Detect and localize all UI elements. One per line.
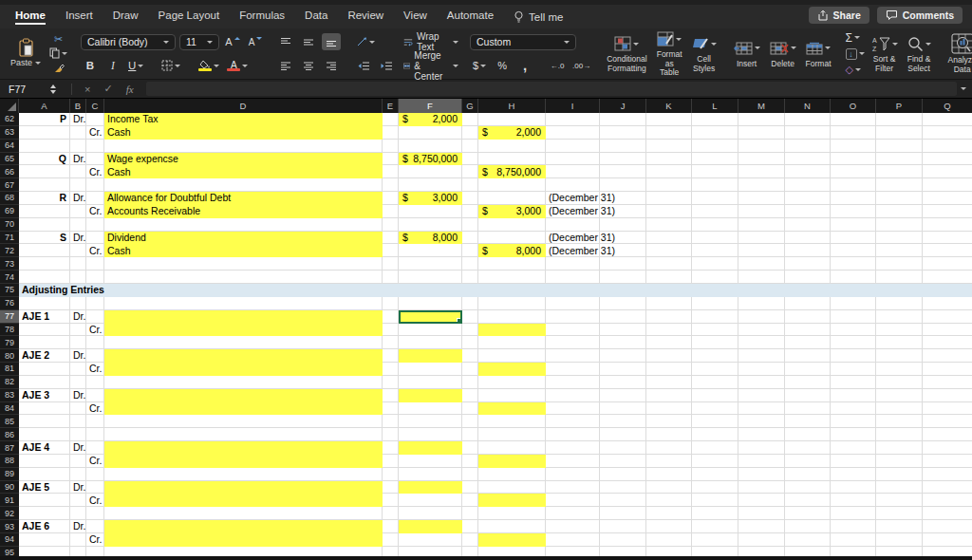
cell-F75[interactable] — [399, 284, 462, 297]
cell-C89[interactable] — [86, 468, 104, 481]
cell-H64[interactable] — [478, 140, 546, 153]
cell-A83[interactable]: AJE 3 — [19, 389, 70, 402]
cell-L79[interactable] — [692, 336, 738, 349]
row-header-93[interactable]: 93 — [0, 520, 19, 533]
cell-F85[interactable] — [399, 415, 462, 428]
cell-N68[interactable] — [785, 192, 831, 205]
cell-G89[interactable] — [462, 468, 478, 481]
cell-K86[interactable] — [646, 428, 692, 441]
align-middle-button[interactable] — [299, 33, 318, 50]
cell-N70[interactable] — [785, 218, 831, 232]
row-header-94[interactable]: 94 — [0, 533, 19, 547]
cell-O80[interactable] — [831, 349, 876, 363]
cell-N81[interactable] — [785, 363, 831, 376]
column-header-I[interactable]: I — [546, 99, 600, 113]
menu-item-home[interactable]: Home — [15, 9, 46, 25]
enter-button[interactable]: ✓ — [103, 83, 112, 95]
cell-M80[interactable] — [738, 349, 785, 363]
font-size-select[interactable]: 11 — [179, 34, 219, 50]
row-header-90[interactable]: 90 — [0, 481, 19, 495]
cell-N86[interactable] — [785, 428, 831, 441]
underline-button[interactable]: U — [126, 57, 145, 74]
orientation-button[interactable] — [354, 33, 377, 50]
menu-item-data[interactable]: Data — [305, 9, 327, 25]
cell-L65[interactable] — [692, 153, 738, 166]
cell-D85[interactable] — [104, 415, 383, 428]
cell-Q73[interactable] — [923, 257, 972, 271]
row-header-64[interactable]: 64 — [0, 140, 19, 153]
cell-D83[interactable] — [104, 389, 383, 402]
cell-E68[interactable] — [383, 192, 399, 205]
cell-I85[interactable] — [546, 415, 600, 428]
cell-Q76[interactable] — [923, 297, 972, 310]
cell-F81[interactable] — [399, 363, 462, 376]
cell-I73[interactable] — [546, 257, 600, 271]
cell-D74[interactable] — [104, 271, 383, 284]
cell-H70[interactable] — [478, 218, 546, 232]
cell-F86[interactable] — [399, 428, 462, 441]
cell-P88[interactable] — [876, 455, 923, 468]
cell-Q80[interactable] — [923, 349, 972, 363]
cell-P71[interactable] — [876, 232, 923, 245]
cell-G70[interactable] — [462, 218, 478, 232]
cell-D87[interactable] — [104, 441, 383, 455]
cell-E80[interactable] — [383, 349, 399, 363]
number-format-select[interactable]: Custom — [470, 34, 576, 50]
cell-Q87[interactable] — [923, 441, 972, 455]
cell-M66[interactable] — [738, 165, 785, 178]
cell-O81[interactable] — [831, 363, 876, 376]
cell-E64[interactable] — [383, 140, 399, 153]
cell-B78[interactable] — [70, 324, 86, 337]
cell-K80[interactable] — [646, 349, 692, 363]
cell-B76[interactable] — [70, 297, 86, 310]
cell-O68[interactable] — [831, 192, 876, 205]
cell-L63[interactable] — [692, 126, 738, 140]
cell-M71[interactable] — [738, 232, 785, 245]
cell-Q82[interactable] — [923, 376, 972, 389]
cell-A93[interactable]: AJE 6 — [19, 520, 70, 533]
cell-A65[interactable]: Q — [19, 153, 70, 166]
row-header-66[interactable]: 66 — [0, 165, 19, 178]
cell-O76[interactable] — [831, 297, 876, 310]
cell-L90[interactable] — [692, 481, 738, 495]
cell-D79[interactable] — [104, 336, 383, 349]
cell-L83[interactable] — [692, 389, 738, 402]
cell-O71[interactable] — [831, 232, 876, 245]
increase-decimal-button[interactable]: ←.0 — [548, 57, 567, 74]
cell-N92[interactable] — [785, 507, 831, 520]
cell-D86[interactable] — [104, 428, 383, 441]
cell-G76[interactable] — [462, 297, 478, 310]
cell-K72[interactable] — [646, 244, 692, 257]
cell-B89[interactable] — [70, 468, 86, 481]
cell-B66[interactable] — [70, 165, 86, 178]
cell-O63[interactable] — [831, 126, 876, 140]
cell-F76[interactable] — [399, 297, 462, 310]
cell-O86[interactable] — [831, 428, 876, 441]
cell-L89[interactable] — [692, 468, 738, 481]
cell-N74[interactable] — [785, 271, 831, 284]
cell-K67[interactable] — [646, 178, 692, 192]
cell-K87[interactable] — [646, 441, 692, 455]
cell-K76[interactable] — [646, 297, 692, 310]
cell-D90[interactable] — [104, 481, 383, 495]
cell-G82[interactable] — [462, 376, 478, 389]
cell-A86[interactable] — [19, 428, 70, 441]
cell-K65[interactable] — [646, 153, 692, 166]
cell-M77[interactable] — [738, 310, 785, 324]
cell-Q63[interactable] — [923, 126, 972, 140]
row-header-72[interactable]: 72 — [0, 244, 19, 257]
cell-D67[interactable] — [104, 178, 383, 192]
cell-C62[interactable] — [86, 113, 104, 126]
cell-F73[interactable] — [399, 257, 462, 271]
cell-B82[interactable] — [70, 376, 86, 389]
cell-H83[interactable] — [478, 389, 546, 402]
cell-G84[interactable] — [462, 402, 478, 416]
cell-K81[interactable] — [646, 363, 692, 376]
cell-Q62[interactable] — [923, 113, 972, 126]
cell-D89[interactable] — [104, 468, 383, 481]
cell-O77[interactable] — [831, 310, 876, 324]
cell-Q77[interactable] — [923, 310, 972, 324]
cell-M88[interactable] — [738, 455, 785, 468]
cell-I77[interactable] — [546, 310, 600, 324]
cell-M65[interactable] — [738, 153, 785, 166]
